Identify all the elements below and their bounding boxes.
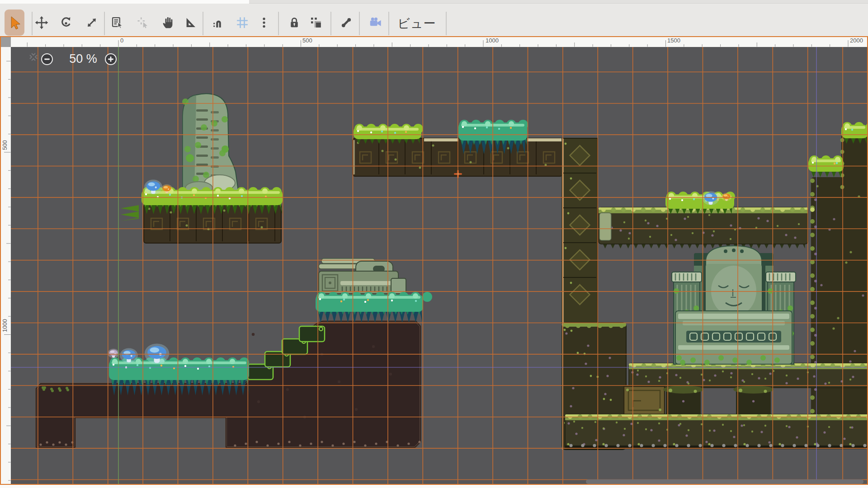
right-mass [808, 122, 867, 449]
view-menu[interactable]: ビュー [390, 14, 444, 33]
rotate-tool[interactable] [56, 9, 76, 36]
group-button[interactable] [306, 9, 326, 36]
tab-strip-left [0, 0, 249, 4]
skeleton-options-menu-icon [340, 16, 353, 29]
horizontal-ruler[interactable]: 0500100015002000 [11, 37, 867, 47]
vertical-ruler[interactable]: 5001000 [1, 47, 11, 484]
focus-ghost-icon [27, 51, 40, 63]
left-platform-mushrooms [144, 180, 173, 194]
minus-icon [44, 56, 50, 62]
statue-beam [629, 363, 867, 388]
plus-icon [108, 56, 114, 62]
smart-snap-toggle[interactable] [208, 9, 228, 36]
smart-snap-toggle-icon [211, 16, 225, 29]
toolbar-separator [359, 12, 360, 35]
snap-options-menu[interactable] [254, 9, 274, 36]
bottom-beam [565, 414, 867, 449]
grid-snap-toggle-icon [236, 16, 249, 29]
zoom-out-button[interactable] [41, 53, 53, 65]
statue [672, 246, 796, 365]
toolbar-separator [278, 12, 279, 35]
svg-text:0: 0 [120, 37, 123, 44]
scale-tool[interactable] [82, 9, 102, 36]
bottom-strip [0, 485, 868, 488]
lock-button-icon [288, 16, 301, 29]
select-tool[interactable] [5, 9, 24, 36]
tombstone [182, 94, 239, 194]
pan-tool[interactable] [158, 9, 178, 36]
camera-override-button-icon [369, 16, 382, 29]
move-tool[interactable] [32, 9, 52, 36]
skeleton-options-menu[interactable] [336, 9, 356, 36]
svg-text:1000: 1000 [486, 37, 499, 44]
pivot-tool-icon [136, 16, 150, 29]
toolbar-separator [203, 12, 203, 35]
scene-render [11, 47, 867, 484]
svg-text:2000: 2000 [850, 37, 863, 44]
ruin-top-beam [599, 207, 815, 249]
tab-strip-right [249, 0, 868, 4]
rotate-tool-icon [59, 16, 73, 29]
svg-text:1000: 1000 [1, 319, 8, 332]
deco-block [624, 386, 665, 414]
canvas-toolbar: ビュー [0, 4, 868, 36]
move-tool-icon [35, 16, 48, 29]
toolbar-separator [388, 12, 389, 35]
zoom-level-label[interactable]: 50 % [56, 52, 110, 66]
select-tool-icon [8, 16, 21, 29]
ruin-posts [663, 385, 774, 415]
horizontal-scrollbar-handle[interactable] [586, 479, 863, 484]
snap-options-menu-icon [257, 16, 271, 29]
pan-tool-icon [161, 16, 175, 29]
list-select-tool[interactable] [108, 9, 127, 36]
ruler-corner-box [1, 37, 11, 47]
lock-button[interactable] [284, 9, 304, 36]
svg-text:500: 500 [1, 140, 8, 150]
view-menu-label: ビュー [397, 15, 436, 32]
group-button-icon [309, 16, 323, 29]
camera-override-button[interactable] [366, 9, 386, 36]
godot-2d-editor: ビュー 0500100015002000 5001000 50 % [0, 0, 868, 488]
pivot-tool[interactable] [133, 9, 153, 36]
svg-text:1500: 1500 [667, 37, 680, 44]
tank-relic [319, 258, 406, 294]
viewport-canvas[interactable]: 50 % [11, 47, 867, 484]
svg-text:500: 500 [302, 37, 312, 44]
scale-tool-icon [85, 16, 99, 29]
left-grass-platform [121, 187, 283, 243]
zoom-in-button[interactable] [105, 53, 117, 65]
ruler-tool-icon [184, 16, 198, 29]
tank-grass [316, 292, 432, 323]
grid-snap-toggle[interactable] [232, 9, 252, 36]
toolbar-separator [330, 12, 331, 35]
toolbar-separator [446, 12, 447, 35]
ruler-tool[interactable] [181, 9, 201, 36]
list-select-tool-icon [111, 16, 124, 29]
toolbar-separator [104, 12, 105, 35]
